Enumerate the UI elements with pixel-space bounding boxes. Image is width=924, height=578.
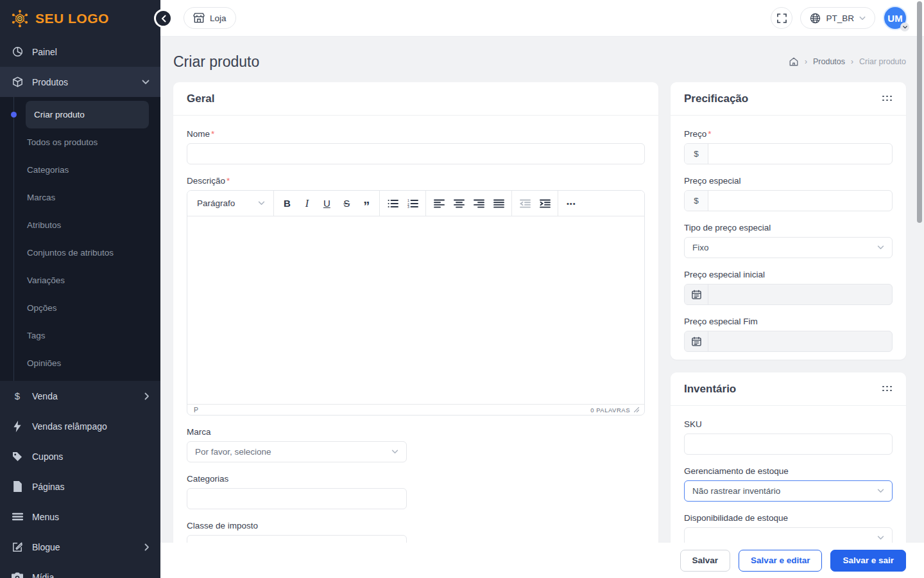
currency-symbol: $ [685, 191, 708, 211]
app-window: SEU LOGO Painel Produtos [0, 0, 924, 578]
brand-label: Marca [187, 427, 407, 437]
bold-button[interactable]: B [277, 194, 296, 213]
indent-button[interactable] [535, 194, 554, 213]
sidebar-subitem-categorias[interactable]: Categorias [26, 156, 160, 184]
name-input[interactable] [187, 143, 645, 164]
fullscreen-button[interactable] [771, 7, 792, 29]
editor-word-count: 0 PALAVRAS [590, 407, 639, 414]
language-label: PT_BR [826, 13, 854, 23]
sidebar-item-midia[interactable]: Mídia [0, 562, 160, 578]
sidebar-item-label: Venda [32, 391, 58, 401]
save-and-edit-button[interactable]: Salvar e editar [739, 550, 822, 572]
paragraph-style-select[interactable]: Parágrafo [191, 198, 270, 208]
drag-handle-icon[interactable] [882, 96, 893, 102]
sidebar-subitem-marcas[interactable]: Marcas [26, 184, 160, 211]
sku-input[interactable] [684, 434, 893, 455]
outdent-button[interactable] [515, 194, 535, 213]
stock-management-select[interactable]: Não rastrear inventário [684, 480, 893, 502]
currency-symbol: $ [685, 144, 708, 164]
sidebar-subitem-todos-os-produtos[interactable]: Todos os produtos [26, 128, 160, 156]
sidebar-subitem-tags[interactable]: Tags [26, 322, 160, 349]
vertical-scrollbar[interactable] [917, 1, 922, 223]
store-button-label: Loja [210, 13, 227, 23]
special-price-from-input[interactable] [708, 285, 892, 304]
sidebar-item-vendas-relampago[interactable]: Vendas relâmpago [0, 411, 160, 441]
svg-text:3: 3 [407, 205, 409, 208]
sidebar-subitem-opcoes[interactable]: Opções [26, 294, 160, 322]
sidebar: SEU LOGO Painel Produtos [0, 0, 160, 578]
chevron-down-icon [391, 450, 398, 454]
editor-status-bar: P 0 PALAVRAS [187, 404, 644, 415]
brand-select-value: Por favor, selecione [195, 447, 271, 457]
brand-select[interactable]: Por favor, selecione [187, 441, 407, 462]
logo-icon [10, 9, 30, 28]
sidebar-subitem-opinioes[interactable]: Opiniões [26, 349, 160, 377]
numbered-list-button[interactable]: 123 [403, 194, 422, 213]
price-input[interactable] [708, 144, 892, 164]
sidebar-subitem-conjuntos-de-atributos[interactable]: Conjuntos de atributos [26, 239, 160, 267]
sidebar-item-label: Cupons [32, 451, 63, 462]
editor-text-area[interactable] [187, 216, 644, 404]
align-right-button[interactable] [469, 194, 488, 213]
chevron-down-icon [877, 489, 884, 493]
main-area: Loja PT_BR UM [160, 0, 924, 578]
special-price-to-input[interactable] [708, 331, 892, 351]
align-center-button[interactable] [449, 194, 468, 213]
drag-handle-icon[interactable] [882, 386, 893, 392]
special-price-type-value: Fixo [692, 243, 709, 252]
sidebar-subitem-label: Opiniões [27, 358, 61, 368]
sidebar-item-painel[interactable]: Painel [0, 37, 160, 67]
special-price-type-select[interactable]: Fixo [684, 237, 893, 258]
top-bar: Loja PT_BR UM [160, 0, 924, 37]
sidebar-subitem-criar-produto[interactable]: Criar produto [26, 101, 149, 128]
home-icon[interactable] [789, 57, 799, 67]
save-and-exit-button[interactable]: Salvar e sair [830, 550, 906, 572]
strikethrough-button[interactable]: S [337, 194, 356, 213]
italic-button[interactable]: I [297, 194, 316, 213]
name-label: Nome* [187, 129, 645, 139]
underline-button[interactable]: U [317, 194, 336, 213]
align-justify-button[interactable] [489, 194, 508, 213]
save-button[interactable]: Salvar [680, 550, 731, 572]
special-price-label: Preço especial [684, 176, 893, 186]
logo[interactable]: SEU LOGO [0, 0, 160, 37]
blockquote-button[interactable]: ” [357, 194, 376, 213]
sidebar-item-label: Produtos [32, 77, 68, 87]
inventory-card: Inventário SKU Gerenciamento de estoque [671, 372, 906, 554]
resize-grip-icon[interactable] [634, 407, 639, 412]
dollar-icon: $ [11, 390, 24, 403]
sidebar-collapse-button[interactable] [154, 9, 173, 28]
sidebar-item-blogue[interactable]: Blogue [0, 532, 160, 562]
special-price-type-label: Tipo de preço especial [684, 223, 893, 232]
tag-icon [11, 450, 24, 463]
sidebar-item-menus[interactable]: Menus [0, 502, 160, 532]
page-content: Criar produto › Produtos › Criar produto… [160, 37, 924, 578]
special-price-input[interactable] [708, 191, 892, 211]
more-options-button[interactable]: ••• [561, 194, 581, 213]
user-menu[interactable]: UM [883, 6, 907, 30]
tax-class-label: Classe de imposto [187, 521, 407, 530]
categories-input[interactable] [187, 488, 407, 509]
store-button[interactable]: Loja [184, 7, 236, 29]
sidebar-subitem-variacoes[interactable]: Variações [26, 267, 160, 294]
sidebar-item-paginas[interactable]: Páginas [0, 471, 160, 502]
categories-label: Categorias [187, 474, 407, 484]
breadcrumb-separator: › [805, 57, 807, 66]
storefront-icon [193, 13, 205, 23]
language-selector[interactable]: PT_BR [800, 7, 875, 29]
chevron-down-icon [877, 536, 884, 540]
right-column: Precificação Preço* $ [671, 82, 906, 554]
sidebar-subitem-label: Criar produto [34, 110, 85, 119]
bullet-list-button[interactable] [383, 194, 402, 213]
align-left-button[interactable] [429, 194, 449, 213]
breadcrumb-item-produtos[interactable]: Produtos [813, 57, 845, 66]
general-card-title: Geral [187, 92, 214, 105]
breadcrumb: › Produtos › Criar produto [789, 57, 906, 67]
pricing-card-title: Precificação [684, 92, 748, 105]
sidebar-item-produtos[interactable]: Produtos [0, 67, 160, 97]
sidebar-item-cupons[interactable]: Cupons [0, 441, 160, 471]
description-editor: Parágrafo B I U S ” [187, 190, 645, 416]
sidebar-item-venda[interactable]: $ Venda [0, 381, 160, 411]
sidebar-subitem-atributos[interactable]: Atributos [26, 211, 160, 239]
sidebar-item-label: Páginas [32, 482, 65, 492]
